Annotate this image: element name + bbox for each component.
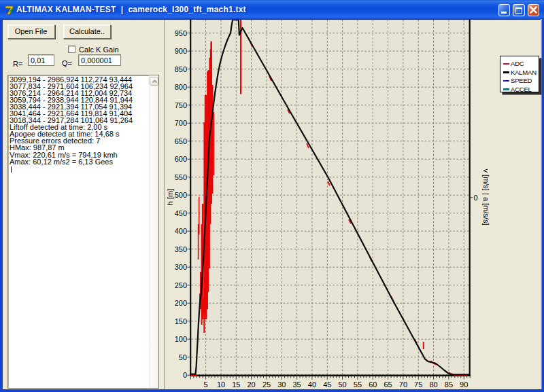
svg-text:200: 200	[175, 299, 187, 307]
svg-text:150: 150	[175, 317, 187, 325]
svg-text:25: 25	[262, 380, 271, 389]
svg-text:400: 400	[175, 227, 187, 235]
svg-text:v [m/s] | a [m/s/s]: v [m/s] | a [m/s/s]	[482, 169, 490, 226]
svg-text:0: 0	[183, 371, 187, 379]
svg-text:850: 850	[175, 65, 187, 73]
svg-text:450: 450	[175, 209, 187, 217]
svg-text:800: 800	[175, 83, 187, 91]
svg-text:50: 50	[179, 353, 187, 361]
svg-text:600: 600	[175, 155, 187, 163]
svg-text:300: 300	[175, 263, 187, 271]
svg-text:55: 55	[354, 380, 362, 389]
svg-text:30: 30	[277, 380, 286, 389]
svg-text:40: 40	[308, 380, 316, 389]
svg-text:250: 250	[175, 281, 187, 289]
svg-text:85: 85	[445, 380, 453, 389]
svg-text:80: 80	[429, 380, 437, 389]
svg-text:700: 700	[175, 119, 187, 127]
svg-text:900: 900	[175, 47, 187, 55]
svg-text:650: 650	[175, 137, 187, 145]
svg-text:550: 550	[175, 173, 187, 181]
svg-text:350: 350	[175, 245, 187, 253]
svg-text:60: 60	[369, 380, 377, 389]
svg-text:90: 90	[460, 380, 468, 389]
svg-text:20: 20	[247, 380, 255, 389]
svg-text:950: 950	[175, 29, 187, 37]
svg-text:70: 70	[399, 380, 407, 389]
svg-text:10: 10	[217, 380, 225, 389]
svg-text:15: 15	[232, 380, 240, 389]
svg-text:65: 65	[384, 380, 392, 389]
svg-text:45: 45	[323, 380, 331, 389]
svg-text:500: 500	[175, 191, 187, 199]
svg-text:50: 50	[338, 380, 346, 389]
svg-text:100: 100	[175, 335, 187, 343]
svg-text:5: 5	[204, 380, 208, 389]
svg-text:35: 35	[292, 380, 301, 389]
svg-text:0: 0	[474, 194, 478, 202]
svg-text:h [m]: h [m]	[166, 189, 174, 205]
svg-text:75: 75	[414, 380, 422, 389]
svg-text:750: 750	[175, 101, 187, 109]
